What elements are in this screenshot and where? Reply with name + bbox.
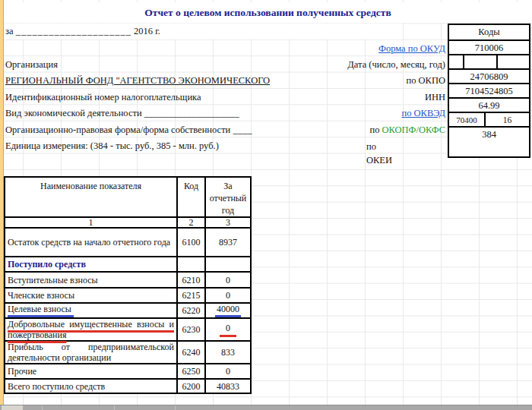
okopf-label-green: ОКОПФ/ОКФС xyxy=(382,125,445,135)
codes-header-cell: Коды xyxy=(449,25,529,39)
col-num-3: 3 xyxy=(205,217,251,228)
row-name: Всего поступило средств xyxy=(5,379,177,393)
row-code: 6230 xyxy=(177,318,205,341)
scrollbar-divider xyxy=(114,405,115,410)
okud-value-cell: 710006 xyxy=(449,39,529,54)
col-num-1: 1 xyxy=(5,217,177,228)
inn-label: ИНН xyxy=(425,90,445,106)
blue-marker-underline: 40000 xyxy=(215,304,241,317)
row-value: 0 xyxy=(205,272,251,288)
table-row-highlighted-blue: Целевые взносы 6220 40000 xyxy=(5,303,251,318)
column-number-row: 1 2 3 xyxy=(5,217,251,228)
scrollbar-divider xyxy=(42,405,43,410)
horizontal-scrollbar[interactable] xyxy=(0,405,532,410)
okpo-label: по ОКПО xyxy=(407,73,445,89)
date-month-cell[interactable] xyxy=(464,55,498,70)
row-value: 8937 xyxy=(205,228,251,257)
row-name: Членские взносы xyxy=(5,288,177,303)
row-code: 6100 xyxy=(177,228,205,257)
date-year-cell[interactable] xyxy=(498,55,530,70)
okved-link[interactable]: по ОКВЭД xyxy=(402,106,446,121)
unit-label: Единица измерения: (384 - тыс. руб., 385… xyxy=(5,138,219,154)
row-name: Вступительные взносы xyxy=(5,272,177,288)
table-row: Вступительные взносы 6210 0 xyxy=(5,272,251,288)
row-code: 6250 xyxy=(177,364,205,379)
date-cells xyxy=(449,54,529,68)
table-row: Остаток средств на начало отчетного года… xyxy=(5,228,251,257)
row-name: Прочие xyxy=(5,364,177,379)
row-value: 0 xyxy=(205,364,251,379)
okopf-label-prefix: по xyxy=(369,125,379,135)
row-code: 6215 xyxy=(177,288,205,303)
table-row: Прибыль от предпринимательской деятельно… xyxy=(5,341,251,364)
activity-blank-line[interactable]: ____________________ xyxy=(144,108,239,118)
scrollbar-left-cap[interactable] xyxy=(2,405,23,410)
row-name: Целевые взносы xyxy=(5,303,177,318)
row-code: 6210 xyxy=(177,272,205,288)
table-section-row: Поступило средств xyxy=(5,257,251,272)
organization-name: РЕГИОНАЛЬНЫЙ ФОНД "АГЕНТСТВО ЭКОНОМИЧЕСК… xyxy=(5,73,270,89)
legal-form-label: Организационно-правовая форма/форма собс… xyxy=(5,125,230,135)
okopf-value-cell: 70400 xyxy=(449,113,486,128)
spreadsheet-form: Отчет о целевом использовании полученных… xyxy=(0,0,532,410)
period-year: 2016 г. xyxy=(134,26,160,36)
row-name: Прибыль от предпринимательской деятельно… xyxy=(5,341,177,364)
codes-box: Коды 710006 24706809 7104524805 64.99 70… xyxy=(448,24,530,158)
okud-link[interactable]: Форма по ОКУД xyxy=(378,41,445,57)
okei-label-line1: по xyxy=(366,140,392,153)
row-code: 6240 xyxy=(177,341,205,364)
organization-label: Организация xyxy=(5,57,58,73)
okved-value-cell: 64.99 xyxy=(449,97,529,112)
report-table: Наименование показателя Код За отчетный … xyxy=(4,176,252,394)
row-value: 0 xyxy=(205,288,251,303)
col-num-2: 2 xyxy=(177,217,205,228)
table-header-row: Наименование показателя Код За отчетный … xyxy=(5,177,251,217)
report-title: Отчет о целевом использовании полученных… xyxy=(4,2,532,23)
row-value xyxy=(205,257,251,272)
activity-line: Вид экономической деятельности _________… xyxy=(5,106,239,121)
period-prefix: за xyxy=(5,26,14,36)
okei-value-cell: 384 xyxy=(449,126,529,156)
row-code xyxy=(177,257,205,272)
blue-marker-underline: Целевые взносы xyxy=(8,304,74,317)
okopf-okfs-cells: 70400 16 xyxy=(449,112,529,126)
table-row-highlighted-red: Добровольные имущественные взносы и поже… xyxy=(5,318,251,341)
row-code: 6220 xyxy=(177,303,205,318)
inn-caption: Идентификационный номер налогоплательщик… xyxy=(5,90,201,106)
okopf-label: по ОКОПФ/ОКФС xyxy=(369,122,445,138)
period-blank-line[interactable]: _____________________ xyxy=(16,26,131,36)
table-row: Прочие 6250 0 xyxy=(5,364,251,379)
table-row: Членские взносы 6215 0 xyxy=(5,288,251,303)
okfs-value-cell: 16 xyxy=(486,113,529,128)
period-line: за _____________________ 2016 г. xyxy=(4,24,403,39)
row-value: 40833 xyxy=(205,379,251,393)
red-marker-underline: 0 xyxy=(220,323,236,337)
row-value: 833 xyxy=(205,341,251,364)
row-value: 0 xyxy=(205,318,251,341)
activity-label: Вид экономической деятельности xyxy=(5,108,142,118)
row-name: Добровольные имущественные взносы и поже… xyxy=(5,318,177,341)
okpo-value-cell: 24706809 xyxy=(449,68,529,83)
header-code: Код xyxy=(177,177,205,217)
table-total-row: Всего поступило средств 6200 40833 xyxy=(5,379,251,393)
legal-form-blank-line[interactable]: ____ xyxy=(233,125,252,135)
row-name: Остаток средств на начало отчетного года xyxy=(5,228,177,257)
header-value: За отчетный год xyxy=(205,177,251,217)
inn-value-cell: 7104524805 xyxy=(449,83,529,97)
row-code: 6200 xyxy=(177,379,205,393)
title-band: Отчет о целевом использовании полученных… xyxy=(4,2,532,23)
section-title: Поступило средств xyxy=(5,257,177,272)
date-label: Дата (число, месяц, год) xyxy=(347,57,445,73)
date-day-cell[interactable] xyxy=(449,55,464,70)
row-value: 40000 xyxy=(205,303,251,318)
okei-label-line2: ОКЕИ xyxy=(366,153,392,167)
okei-label: по ОКЕИ xyxy=(366,140,392,167)
legal-form-line: Организационно-правовая форма/форма собс… xyxy=(5,122,252,138)
scrollbar-divider xyxy=(175,405,176,410)
header-name: Наименование показателя xyxy=(5,177,177,217)
